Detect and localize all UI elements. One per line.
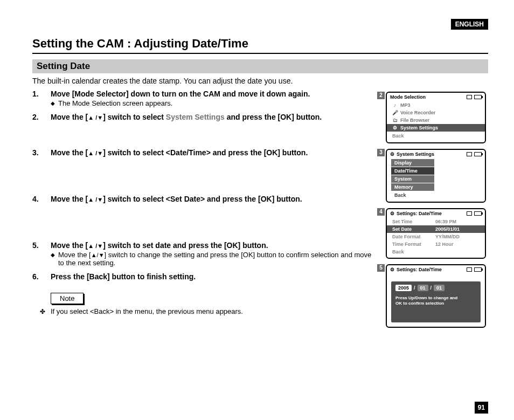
step-2-prefix: Move the [ bbox=[51, 113, 88, 121]
arrow-up-down-icon: ▲/▼ bbox=[91, 252, 105, 258]
menu-item[interactable]: 🎤Voice Recorder bbox=[387, 109, 485, 116]
menu-back[interactable]: Back bbox=[387, 132, 485, 140]
date-month[interactable]: 01 bbox=[418, 285, 428, 291]
menu-item-icon: ⚙ bbox=[392, 125, 398, 130]
menu-item-label: MP3 bbox=[400, 102, 411, 108]
screen-4-title: Settings: Date/Time bbox=[397, 211, 464, 216]
screen-2-number: 2 bbox=[377, 92, 385, 99]
step-5-sub-suffix: ] switch to change the setting and press… bbox=[58, 251, 371, 267]
memory-icon bbox=[467, 95, 472, 99]
popup-message-2: OK to confirm selection bbox=[395, 301, 476, 306]
datetime-row-label: Time Format bbox=[392, 242, 435, 247]
step-2-suffix: and press the [OK] button. bbox=[225, 113, 322, 121]
screen-2-title: Mode Selection bbox=[390, 94, 464, 100]
settings-icon: ⚙ bbox=[390, 152, 394, 157]
menu-item-label: System Settings bbox=[400, 125, 438, 130]
datetime-row[interactable]: Date FormatYY/MM/DD bbox=[387, 233, 485, 240]
screenshots-column: 2 Mode Selection ♪MP3🎤Voice Recorder🗂Fil… bbox=[386, 89, 488, 333]
arrow-up-down-icon: ▲ /▼ bbox=[88, 243, 103, 249]
settings-item[interactable]: Date/Time bbox=[391, 167, 434, 175]
screen-4: ⚙ Settings: Date/Time Set Time06:39 PMSe… bbox=[386, 208, 486, 259]
datetime-row-label: Date Format bbox=[392, 234, 435, 239]
menu-item[interactable]: ⚙System Settings bbox=[387, 124, 485, 132]
page-title: Setting the CAM : Adjusting Date/Time bbox=[32, 37, 488, 54]
step-1-head: Move [Mode Selector] down to turn on the… bbox=[51, 89, 310, 98]
datetime-row-value: YY/MM/DD bbox=[435, 234, 460, 239]
menu-item-icon: 🎤 bbox=[392, 110, 398, 115]
section-title: Setting Date bbox=[32, 59, 488, 73]
settings-item[interactable]: System bbox=[391, 175, 434, 183]
step-5-suffix: ] switch to set date and press the [OK] … bbox=[103, 241, 268, 250]
menu-item[interactable]: ♪MP3 bbox=[387, 101, 485, 109]
step-5-prefix: Move the [ bbox=[51, 241, 88, 250]
battery-icon bbox=[474, 267, 482, 272]
datetime-row-value: 2005/01/01 bbox=[435, 226, 460, 232]
datetime-row[interactable]: Time Format12 Hour bbox=[387, 240, 485, 248]
date-day[interactable]: 01 bbox=[434, 285, 444, 291]
menu-item[interactable]: 🗂File Browser bbox=[387, 116, 485, 124]
datetime-row[interactable]: Set Date2005/01/01 bbox=[387, 225, 485, 233]
step-1: Move [Mode Selector] down to turn on the… bbox=[32, 89, 378, 107]
step-6-head: Press the [Back] button to finish settin… bbox=[51, 272, 196, 281]
screen-4-wrap: 4 ⚙ Settings: Date/Time Set Time06:39 PM… bbox=[386, 208, 488, 259]
battery-icon bbox=[474, 95, 482, 99]
note-label-box: Note bbox=[51, 293, 84, 304]
datetime-row[interactable]: Back bbox=[387, 248, 485, 256]
screen-5-popup: 2005 / 01 / 01 Press Up/Down to change a… bbox=[391, 281, 481, 322]
screen-2: Mode Selection ♪MP3🎤Voice Recorder🗂File … bbox=[386, 92, 486, 143]
intro-text: The built-in calendar creates the date s… bbox=[32, 77, 488, 85]
page-number: 91 bbox=[475, 402, 488, 414]
step-2: Move the [▲ /▼] switch to select System … bbox=[32, 113, 378, 143]
instruction-column: Move [Mode Selector] down to turn on the… bbox=[32, 89, 378, 333]
menu-item-label: File Browser bbox=[400, 118, 429, 123]
settings-item[interactable]: Back bbox=[391, 191, 434, 199]
step-3: Move the [▲ /▼] switch to select <Date/T… bbox=[32, 148, 378, 189]
arrow-up-down-icon: ▲ /▼ bbox=[88, 150, 103, 156]
step-4: Move the [▲ /▼] switch to select <Set Da… bbox=[32, 195, 378, 236]
step-5: Move the [▲ /▼] switch to set date and p… bbox=[32, 241, 378, 267]
screen-3-title: System Settings bbox=[397, 152, 464, 157]
datetime-row-label: Set Time bbox=[392, 219, 435, 224]
language-tag: ENGLISH bbox=[451, 19, 488, 30]
date-separator: / bbox=[430, 285, 432, 291]
screen-4-number: 4 bbox=[377, 208, 385, 216]
memory-icon bbox=[467, 267, 472, 272]
screen-2-wrap: 2 Mode Selection ♪MP3🎤Voice Recorder🗂Fil… bbox=[386, 92, 488, 143]
step-6: Press the [Back] button to finish settin… bbox=[32, 272, 378, 281]
memory-icon bbox=[467, 211, 472, 216]
step-5-sub: Move the [▲/▼] switch to change the sett… bbox=[51, 251, 378, 267]
step-2-emphasis: System Settings bbox=[166, 113, 225, 121]
screen-5: ⚙ Settings: Date/Time SSDTE 2005 / 01 / … bbox=[386, 264, 486, 328]
arrow-up-down-icon: ▲ /▼ bbox=[88, 114, 103, 121]
datetime-row[interactable]: Set Time06:39 PM bbox=[387, 218, 485, 225]
note-text: If you select <Back> in the menu, the pr… bbox=[32, 307, 378, 315]
datetime-row-value: 12 Hour bbox=[435, 242, 454, 247]
settings-item[interactable]: Memory bbox=[391, 183, 434, 191]
settings-icon: ⚙ bbox=[390, 267, 394, 272]
battery-icon bbox=[474, 211, 482, 216]
date-year[interactable]: 2005 bbox=[395, 285, 412, 291]
menu-item-icon: ♪ bbox=[392, 102, 398, 108]
step-4-suffix: ] switch to select <Set Date> and press … bbox=[103, 195, 302, 203]
screen-3-wrap: 3 ⚙ System Settings DisplayDate/TimeSyst… bbox=[386, 149, 488, 203]
datetime-row-value: 06:39 PM bbox=[435, 219, 456, 224]
screen-3: ⚙ System Settings DisplayDate/TimeSystem… bbox=[386, 149, 486, 203]
settings-item[interactable]: Display bbox=[391, 159, 434, 167]
datetime-row-label: Back bbox=[392, 249, 435, 254]
step-2-mid: ] switch to select bbox=[103, 113, 166, 121]
step-4-prefix: Move the [ bbox=[51, 195, 88, 203]
menu-item-label: Voice Recorder bbox=[400, 110, 435, 115]
memory-icon bbox=[467, 152, 472, 156]
screen-5-title: Settings: Date/Time bbox=[397, 267, 464, 272]
date-separator: / bbox=[414, 285, 415, 291]
screen-5-wrap: 5 ⚙ Settings: Date/Time SSDTE 2005 / 01 bbox=[386, 264, 488, 328]
step-3-prefix: Move the [ bbox=[51, 148, 88, 157]
menu-item-icon: 🗂 bbox=[392, 118, 398, 123]
screen-5-number: 5 bbox=[377, 264, 385, 272]
datetime-row-label: Set Date bbox=[392, 226, 435, 232]
step-5-sub-prefix: Move the [ bbox=[58, 251, 91, 259]
step-1-sub: The Mode Selection screen appears. bbox=[51, 99, 378, 107]
screen-3-number: 3 bbox=[377, 149, 385, 156]
settings-icon: ⚙ bbox=[390, 211, 394, 216]
popup-message-1: Press Up/Down to change and bbox=[395, 295, 476, 301]
